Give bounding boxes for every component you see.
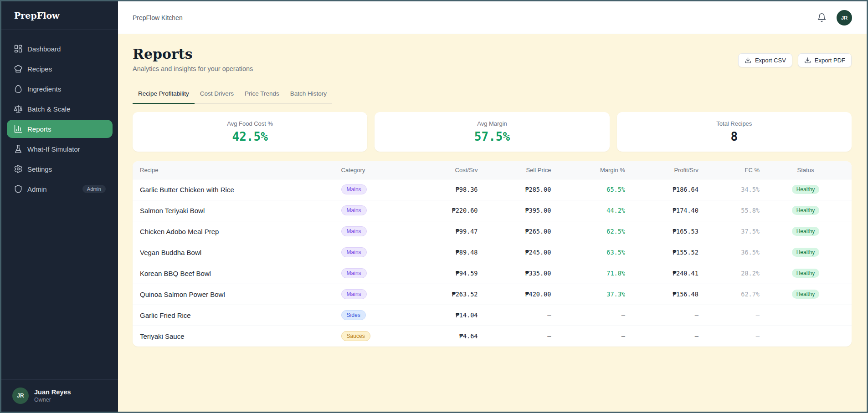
bar-chart-icon xyxy=(14,124,23,133)
sidebar-item-what-if-simulator[interactable]: What-If Simulator xyxy=(7,140,113,158)
column-header-cost-srv: Cost/Srv xyxy=(418,161,478,179)
cost-srv-cell: ₱14.04 xyxy=(418,305,478,326)
chef-hat-icon xyxy=(14,64,23,73)
sidebar-item-label: Admin xyxy=(27,185,47,193)
status-badge: Healthy xyxy=(792,248,820,257)
column-header-recipe: Recipe xyxy=(133,161,341,179)
sidebar-item-ingredients[interactable]: Ingredients xyxy=(7,80,113,98)
sidebar-item-recipes[interactable]: Recipes xyxy=(7,60,113,78)
stat-value: 57.5% xyxy=(474,130,510,143)
profit-srv-cell: – xyxy=(625,305,699,326)
table-row: Garlic Fried RiceSides₱14.04–––– xyxy=(133,305,852,326)
profit-srv-cell: ₱155.52 xyxy=(625,242,699,263)
category-badge: Mains xyxy=(341,268,367,278)
sidebar-item-admin[interactable]: AdminAdmin xyxy=(7,180,113,198)
status-badge: Healthy xyxy=(792,227,820,236)
sidebar-item-label: What-If Simulator xyxy=(27,145,80,153)
table-row: Chicken Adobo Meal PrepMains₱99.47₱265.0… xyxy=(133,221,852,242)
sidebar-item-label: Reports xyxy=(27,125,51,133)
category-cell: Mains xyxy=(341,221,418,242)
flask-icon xyxy=(14,144,23,153)
export-csv-button[interactable]: Export CSV xyxy=(738,53,792,67)
tab-recipe-profitability[interactable]: Recipe Profitability xyxy=(133,85,195,104)
stat-card-avg-margin: Avg Margin57.5% xyxy=(375,112,609,152)
margin-cell: 65.5% xyxy=(551,179,625,200)
download-icon xyxy=(745,57,751,64)
category-cell: Mains xyxy=(341,179,418,200)
column-header-status: Status xyxy=(760,161,852,179)
category-cell: Mains xyxy=(341,200,418,221)
margin-cell: 63.5% xyxy=(551,242,625,263)
cost-srv-cell: ₱263.52 xyxy=(418,284,478,305)
export-pdf-button[interactable]: Export PDF xyxy=(798,53,852,67)
sell-price-cell: ₱420.00 xyxy=(478,284,551,305)
sidebar-item-settings[interactable]: Settings xyxy=(7,160,113,178)
table-row: Korean BBQ Beef BowlMains₱94.59₱335.0071… xyxy=(133,263,852,284)
topbar-avatar[interactable]: JR xyxy=(837,10,852,25)
fc-cell: 36.5% xyxy=(699,242,760,263)
sidebar-item-label: Dashboard xyxy=(27,45,61,53)
kitchen-name: PrepFlow Kitchen xyxy=(133,14,183,21)
tab-cost-drivers[interactable]: Cost Drivers xyxy=(195,85,239,104)
category-badge: Mains xyxy=(341,289,367,299)
stat-label: Avg Margin xyxy=(477,120,507,127)
fc-cell: 34.5% xyxy=(699,179,760,200)
cost-srv-cell: ₱89.48 xyxy=(418,242,478,263)
status-cell: Healthy xyxy=(760,179,852,200)
status-cell: Healthy xyxy=(760,242,852,263)
category-badge: Mains xyxy=(341,226,367,236)
profitability-table-card: RecipeCategoryCost/SrvSell PriceMargin %… xyxy=(133,161,852,347)
category-cell: Sides xyxy=(341,305,418,326)
category-badge: Mains xyxy=(341,247,367,257)
download-icon xyxy=(804,57,811,64)
user-name: Juan Reyes xyxy=(34,388,71,396)
user-role: Owner xyxy=(34,397,71,403)
status-badge: Healthy xyxy=(792,290,820,299)
stat-label: Avg Food Cost % xyxy=(227,120,273,127)
status-cell: Healthy xyxy=(760,263,852,284)
sell-price-cell: ₱285.00 xyxy=(478,179,551,200)
category-badge: Sides xyxy=(341,310,366,320)
fc-cell: 55.8% xyxy=(699,200,760,221)
tab-batch-history[interactable]: Batch History xyxy=(285,85,332,104)
sidebar-item-label: Recipes xyxy=(27,65,52,73)
sidebar-user: JR Juan Reyes Owner xyxy=(1,379,118,412)
fc-cell: – xyxy=(699,305,760,326)
fc-cell: 37.5% xyxy=(699,221,760,242)
user-avatar: JR xyxy=(12,388,29,404)
page-subtitle: Analytics and insights for your operatio… xyxy=(133,65,253,72)
sidebar-nav: DashboardRecipesIngredientsBatch & Scale… xyxy=(1,30,118,198)
sell-price-cell: – xyxy=(478,326,551,347)
stat-cards: Avg Food Cost %42.5%Avg Margin57.5%Total… xyxy=(133,112,852,152)
margin-cell: 37.3% xyxy=(551,284,625,305)
tab-price-trends[interactable]: Price Trends xyxy=(239,85,285,104)
recipe-name: Garlic Fried Rice xyxy=(133,305,341,326)
status-cell xyxy=(760,326,852,347)
profit-srv-cell: ₱156.48 xyxy=(625,284,699,305)
recipe-name: Vegan Buddha Bowl xyxy=(133,242,341,263)
profit-srv-cell: – xyxy=(625,326,699,347)
status-badge: Healthy xyxy=(792,206,820,215)
sidebar-item-dashboard[interactable]: Dashboard xyxy=(7,40,113,58)
sidebar-item-label: Ingredients xyxy=(27,85,61,93)
stat-label: Total Recipes xyxy=(716,120,752,127)
category-cell: Mains xyxy=(341,263,418,284)
column-header-sell-price: Sell Price xyxy=(478,161,551,179)
status-badge: Healthy xyxy=(792,269,820,278)
stat-card-total-recipes: Total Recipes8 xyxy=(617,112,852,152)
cost-srv-cell: ₱99.47 xyxy=(418,221,478,242)
margin-cell: 71.8% xyxy=(551,263,625,284)
column-header-fc-: FC % xyxy=(699,161,760,179)
admin-badge: Admin xyxy=(82,185,106,193)
scale-icon xyxy=(14,104,23,113)
category-badge: Sauces xyxy=(341,331,370,341)
recipe-name: Teriyaki Sauce xyxy=(133,326,341,347)
column-header-profit-srv: Profit/Srv xyxy=(625,161,699,179)
sell-price-cell: ₱395.00 xyxy=(478,200,551,221)
profit-srv-cell: ₱240.41 xyxy=(625,263,699,284)
sidebar-item-batch-scale[interactable]: Batch & Scale xyxy=(7,100,113,118)
profit-srv-cell: ₱165.53 xyxy=(625,221,699,242)
notification-bell-icon[interactable] xyxy=(817,13,827,22)
sidebar: PrepFlow DashboardRecipesIngredientsBatc… xyxy=(1,1,118,412)
sidebar-item-reports[interactable]: Reports xyxy=(7,120,113,138)
